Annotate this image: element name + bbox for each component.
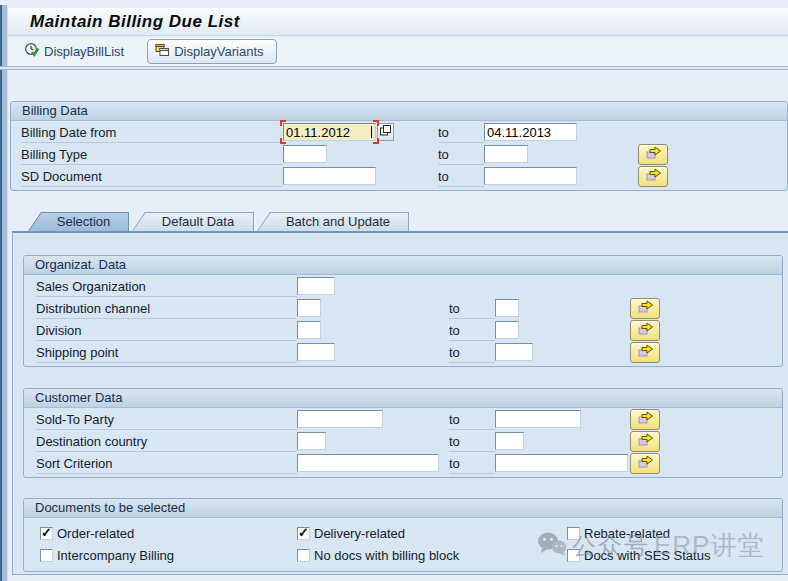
text-caret — [371, 126, 372, 138]
distribution-channel-to-input[interactable] — [495, 299, 519, 317]
to-label: to — [449, 453, 495, 474]
destination-country-input[interactable] — [297, 432, 326, 450]
date-picker-button[interactable] — [377, 123, 394, 141]
distribution-channel-label: Distribution channel — [36, 298, 297, 319]
yellow-arrow-multi-select-icon — [645, 167, 662, 185]
billing-type-to-input[interactable] — [484, 145, 528, 163]
overlapping-windows-icon — [154, 42, 170, 61]
display-variants-button[interactable]: DisplayVariants — [147, 39, 276, 64]
to-label: to — [438, 144, 484, 165]
yellow-arrow-multi-select-icon — [637, 454, 654, 472]
division-label: Division — [36, 320, 297, 341]
yellow-arrow-multi-select-icon — [637, 343, 654, 361]
yellow-arrow-multi-select-icon — [637, 321, 654, 339]
yellow-arrow-multi-select-icon — [645, 145, 662, 163]
documents-group: Documents to be selected Order-related D… — [23, 498, 783, 572]
billing-date-to-input[interactable] — [484, 123, 577, 141]
sort-criterion-label: Sort Criterion — [36, 453, 297, 474]
left-edge-strip — [0, 5, 8, 581]
sd-document-input[interactable] — [283, 167, 376, 185]
to-label: to — [449, 298, 495, 319]
billing-data-header: Billing Data — [11, 102, 787, 121]
destination-country-to-input[interactable] — [495, 432, 524, 450]
to-label: to — [449, 409, 495, 430]
division-to-input[interactable] — [495, 321, 519, 339]
checkbox-delivery-related[interactable]: Delivery-related — [297, 522, 567, 544]
toolbar-divider — [0, 66, 788, 70]
tab-selection[interactable]: Selection — [28, 212, 129, 231]
sort-criterion-input[interactable] — [297, 454, 439, 472]
organizat-data-header: Organizat. Data — [24, 256, 782, 275]
checkbox-no-docs-with-billing-block[interactable]: No docs with billing block — [297, 544, 567, 566]
tab-default-data[interactable]: Default Data — [132, 212, 254, 231]
sd-document-row: SD Document to — [11, 165, 787, 187]
sold-to-party-multi-select-button[interactable] — [630, 409, 660, 430]
to-label: to — [449, 342, 495, 363]
tab-batch-and-update[interactable]: Batch and Update — [257, 212, 409, 231]
sd-document-multi-select-button[interactable] — [638, 166, 668, 187]
billing-type-input[interactable] — [283, 145, 327, 163]
sold-to-party-input[interactable] — [297, 410, 383, 428]
checkbox-box[interactable] — [40, 527, 53, 540]
tab-selection-label: Selection — [29, 213, 128, 231]
checkbox-intercompany-billing[interactable]: Intercompany Billing — [40, 544, 297, 566]
billing-type-row: Billing Type to — [11, 143, 787, 165]
checkbox-box[interactable] — [297, 527, 310, 540]
division-multi-select-button[interactable] — [630, 320, 660, 341]
checkbox-order-related[interactable]: Order-related — [40, 522, 297, 544]
tab-strip: Selection Default Data Batch and Update — [12, 212, 412, 231]
sales-organization-label: Sales Organization — [36, 276, 297, 297]
documents-checkbox-grid: Order-related Delivery-related Rebate-re… — [24, 518, 782, 566]
yellow-arrow-multi-select-icon — [637, 432, 654, 450]
sort-criterion-to-input[interactable] — [495, 454, 628, 472]
shipping-point-row: Shipping point to — [24, 341, 782, 363]
shipping-point-label: Shipping point — [36, 342, 297, 363]
clock-check-icon — [24, 42, 40, 61]
sort-criterion-multi-select-button[interactable] — [630, 453, 660, 474]
billing-date-row: Billing Date from to — [11, 121, 787, 143]
application-toolbar: DisplayBillList DisplayVariants — [8, 37, 788, 66]
sort-criterion-row: Sort Criterion to — [24, 452, 782, 474]
title-bar: Maintain Billing Due List — [8, 8, 788, 36]
billing-type-multi-select-button[interactable] — [638, 144, 668, 165]
sold-to-party-label: Sold-To Party — [36, 409, 297, 430]
shipping-point-multi-select-button[interactable] — [630, 342, 660, 363]
sales-organization-input[interactable] — [297, 277, 335, 295]
billing-date-from-label: Billing Date from — [21, 122, 283, 143]
yellow-arrow-multi-select-icon — [637, 410, 654, 428]
division-input[interactable] — [297, 321, 321, 339]
tab-batch-and-update-label: Batch and Update — [258, 213, 408, 231]
checkbox-box[interactable] — [567, 527, 580, 540]
to-label: to — [438, 122, 484, 143]
billing-data-group: Billing Data Billing Date from to — [10, 101, 788, 191]
shipping-point-to-input[interactable] — [495, 343, 533, 361]
checkbox-rebate-related[interactable]: Rebate-related — [567, 522, 782, 544]
display-variants-label: DisplayVariants — [174, 44, 263, 59]
checkbox-box[interactable] — [297, 549, 310, 562]
checkbox-label: Order-related — [57, 526, 134, 541]
destination-country-label: Destination country — [36, 431, 297, 452]
customer-data-header: Customer Data — [24, 389, 782, 408]
sd-document-to-input[interactable] — [484, 167, 577, 185]
checkbox-label: Docs with SES Status — [584, 548, 710, 563]
documents-header: Documents to be selected — [24, 499, 782, 518]
tab-default-data-label: Default Data — [133, 213, 253, 231]
checkbox-box[interactable] — [567, 549, 580, 562]
billing-type-label: Billing Type — [21, 144, 283, 165]
display-bill-list-button[interactable]: DisplayBillList — [17, 39, 131, 64]
billing-date-from-input[interactable] — [283, 123, 376, 141]
overlapping-squares-icon — [379, 124, 392, 140]
to-label: to — [438, 166, 484, 187]
distribution-channel-multi-select-button[interactable] — [630, 298, 660, 319]
distribution-channel-input[interactable] — [297, 299, 321, 317]
checkbox-docs-with-ses-status[interactable]: Docs with SES Status — [567, 544, 782, 566]
customer-data-group: Customer Data Sold-To Party to Destinati… — [23, 388, 783, 478]
shipping-point-input[interactable] — [297, 343, 335, 361]
checkbox-box[interactable] — [40, 549, 53, 562]
checkbox-label: Intercompany Billing — [57, 548, 174, 563]
sold-to-party-row: Sold-To Party to — [24, 408, 782, 430]
to-label: to — [449, 320, 495, 341]
focused-field-wrapper — [283, 123, 376, 141]
destination-country-multi-select-button[interactable] — [630, 431, 660, 452]
sold-to-party-to-input[interactable] — [495, 410, 581, 428]
